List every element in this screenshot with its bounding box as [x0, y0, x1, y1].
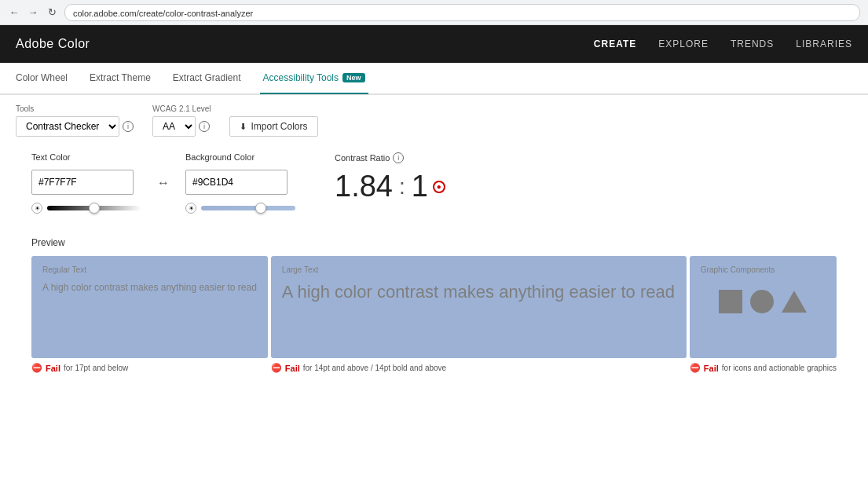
app-title: Adobe Color: [16, 37, 594, 51]
import-icon: ⬇: [240, 122, 247, 132]
tool-group: Tools Contrast Checker i: [16, 104, 134, 137]
forward-button[interactable]: →: [27, 6, 39, 19]
large-fail-text: Fail: [285, 364, 300, 373]
wcag-select-row: AA i: [152, 116, 211, 137]
text-color-slider[interactable]: [47, 206, 141, 210]
graphic-fail-icon: ⛔: [690, 363, 701, 373]
nav-libraries[interactable]: LIBRARIES: [796, 38, 852, 49]
tool-select-row: Contrast Checker i: [16, 116, 134, 137]
preview-label: Preview: [31, 237, 837, 248]
preview-card-graphic: Graphic Components ⛔ Fail for icons and …: [690, 256, 837, 373]
wcag-label: WCAG 2.1 Level: [152, 104, 211, 113]
wcag-info-icon[interactable]: i: [199, 121, 210, 132]
nav-trends[interactable]: TRENDS: [731, 38, 774, 49]
large-fail-desc: for 14pt and above / 14pt bold and above: [303, 364, 446, 372]
contrast-ratio-box: Contrast Ratio i 1.84 : 1 ●: [311, 152, 445, 203]
bg-color-input-row: [185, 170, 288, 195]
contrast-number: 1.84: [335, 170, 393, 203]
contrast-ratio-label: Contrast Ratio i: [335, 152, 445, 163]
tools-label: Tools: [16, 104, 134, 113]
preview-cards: Regular Text A high color contrast makes…: [31, 256, 837, 373]
text-slider-icon: ☀: [31, 203, 42, 214]
contrast-one: 1: [412, 170, 428, 203]
tab-color-wheel[interactable]: Color Wheel: [13, 63, 71, 94]
text-color-slider-row: ☀: [31, 203, 141, 214]
nav-links: CREATE EXPLORE TRENDS LIBRARIES: [594, 38, 852, 49]
preview-card-graphic-box: Graphic Components: [690, 256, 837, 358]
tools-row: Tools Contrast Checker i WCAG 2.1 Level …: [16, 104, 852, 137]
bg-color-hex-input[interactable]: [186, 177, 288, 188]
graphic-title: Graphic Components: [701, 265, 826, 274]
main-content: Tools Contrast Checker i WCAG 2.1 Level …: [0, 95, 868, 382]
import-label: Import Colors: [251, 121, 307, 132]
regular-fail-row: ⛔ Fail for 17pt and below: [31, 363, 268, 373]
text-color-group: Text Color ☀: [31, 152, 141, 214]
sub-navigation: Color Wheel Extract Theme Extract Gradie…: [0, 63, 868, 94]
large-text-title: Large Text: [282, 265, 676, 274]
graphic-square: [719, 290, 742, 313]
text-color-hex-input[interactable]: [32, 177, 134, 188]
preview-card-large-box: Large Text A high color contrast makes a…: [271, 256, 687, 358]
regular-fail-desc: for 17pt and below: [64, 364, 128, 372]
tool-select[interactable]: Contrast Checker: [16, 116, 119, 137]
color-controls: Text Color ☀ ↔ Background Color ☀: [16, 152, 852, 214]
bg-slider-icon: ☀: [185, 203, 196, 214]
address-bar[interactable]: color.adobe.com/create/color-contrast-an…: [64, 4, 860, 21]
swap-arrow[interactable]: ↔: [157, 176, 170, 190]
large-fail-row: ⛔ Fail for 14pt and above / 14pt bold an…: [271, 363, 687, 373]
contrast-separator: :: [399, 174, 405, 199]
contrast-fail-circle: ●: [433, 181, 445, 193]
top-navigation: Adobe Color CREATE EXPLORE TRENDS LIBRAR…: [0, 25, 868, 63]
new-badge: New: [342, 73, 365, 82]
import-colors-button[interactable]: ⬇ Import Colors: [229, 116, 317, 137]
tab-extract-theme[interactable]: Extract Theme: [86, 63, 154, 94]
regular-fail-text: Fail: [46, 364, 60, 373]
nav-create[interactable]: CREATE: [594, 38, 636, 49]
bg-color-label: Background Color: [185, 152, 295, 162]
preview-card-large: Large Text A high color contrast makes a…: [271, 256, 687, 373]
preview-section: Preview Regular Text A high color contra…: [16, 237, 852, 373]
bg-color-slider-row: ☀: [185, 203, 295, 214]
text-color-label: Text Color: [31, 152, 141, 162]
contrast-info-icon[interactable]: i: [393, 152, 404, 163]
tab-extract-gradient[interactable]: Extract Gradient: [170, 63, 244, 94]
graphic-shapes: [701, 290, 826, 313]
tab-accessibility-tools[interactable]: Accessibility Tools New: [260, 63, 368, 94]
nav-explore[interactable]: EXPLORE: [658, 38, 709, 49]
tool-info-icon[interactable]: i: [123, 121, 134, 132]
reload-button[interactable]: ↻: [46, 6, 58, 19]
graphic-fail-desc: for icons and actionable graphics: [722, 364, 837, 372]
preview-card-regular: Regular Text A high color contrast makes…: [31, 256, 268, 373]
large-fail-icon: ⛔: [271, 363, 282, 373]
browser-chrome: ← → ↻ color.adobe.com/create/color-contr…: [0, 0, 868, 25]
graphic-circle: [750, 290, 774, 313]
text-color-input-row: [31, 170, 134, 195]
back-button[interactable]: ←: [8, 6, 20, 19]
graphic-fail-text: Fail: [704, 364, 719, 373]
graphic-triangle: [782, 291, 807, 313]
regular-fail-icon: ⛔: [31, 363, 42, 373]
graphic-fail-row: ⛔ Fail for icons and actionable graphics: [690, 363, 837, 373]
wcag-select[interactable]: AA: [152, 116, 196, 137]
wcag-group: WCAG 2.1 Level AA i: [152, 104, 211, 137]
large-text-body: A high color contrast makes anything eas…: [282, 280, 676, 305]
preview-card-regular-box: Regular Text A high color contrast makes…: [31, 256, 268, 358]
regular-text-title: Regular Text: [42, 265, 257, 274]
contrast-ratio-value: 1.84 : 1 ●: [335, 170, 445, 203]
bg-color-group: Background Color ☀: [185, 152, 295, 214]
regular-text-body: A high color contrast makes anything eas…: [42, 280, 257, 295]
bg-color-slider[interactable]: [201, 206, 295, 210]
